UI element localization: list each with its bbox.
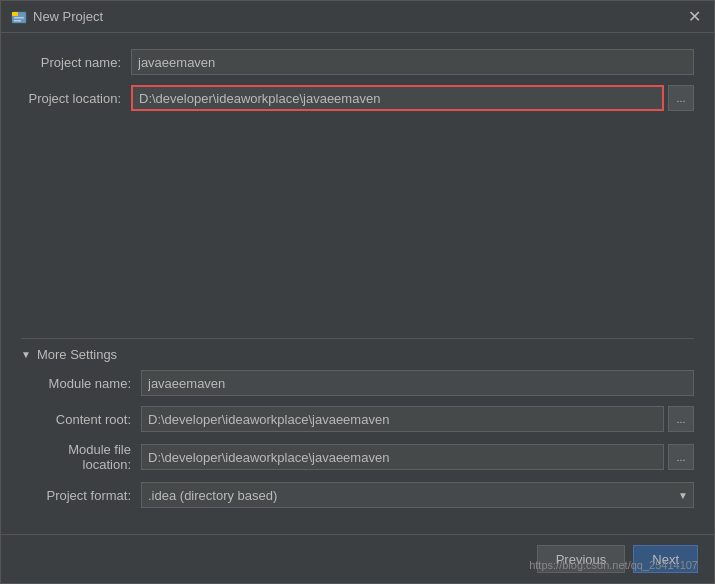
project-location-label: Project location: [21,91,131,106]
module-name-input[interactable] [141,370,694,396]
module-name-row: Module name: [31,370,694,396]
project-location-browse-button[interactable]: ... [668,85,694,111]
more-settings-label: More Settings [37,347,117,362]
content-root-input[interactable] [141,406,664,432]
svg-rect-1 [12,12,18,16]
svg-rect-2 [14,17,24,19]
previous-button[interactable]: Previous [537,545,626,573]
svg-rect-3 [14,20,21,22]
module-file-location-label: Module file location: [31,442,141,472]
new-project-dialog: New Project ✕ Project name: Project loca… [0,0,715,584]
project-name-input[interactable] [131,49,694,75]
more-settings-header[interactable]: ▼ More Settings [21,339,694,370]
project-format-select-container: .idea (directory based) Eclipse (.classp… [141,482,694,508]
next-button[interactable]: Next [633,545,698,573]
content-root-input-wrap: ... [141,406,694,432]
chevron-down-icon: ▼ [21,349,31,360]
dialog-content: Project name: Project location: ... ▼ Mo… [1,33,714,534]
project-format-select-wrap: .idea (directory based) Eclipse (.classp… [141,482,694,508]
content-root-row: Content root: ... [31,406,694,432]
module-file-location-input-wrap: ... [141,444,694,470]
dialog-footer: Previous Next [1,534,714,583]
project-format-select[interactable]: .idea (directory based) Eclipse (.classp… [141,482,694,508]
project-location-row: Project location: ... [21,85,694,111]
content-root-browse-button[interactable]: ... [668,406,694,432]
module-file-location-input[interactable] [141,444,664,470]
project-location-input-wrap: ... [131,85,694,111]
project-location-input[interactable] [131,85,664,111]
more-settings-section: ▼ More Settings Module name: Content roo… [21,338,694,518]
content-root-label: Content root: [31,412,141,427]
project-format-row: Project format: .idea (directory based) … [31,482,694,508]
content-spacer [21,121,694,330]
more-settings-content: Module name: Content root: ... Module fi… [21,370,694,508]
dialog-title: New Project [33,9,103,24]
module-name-label: Module name: [31,376,141,391]
module-file-location-browse-button[interactable]: ... [668,444,694,470]
project-name-label: Project name: [21,55,131,70]
project-icon [11,9,27,25]
project-format-label: Project format: [31,488,141,503]
module-file-location-row: Module file location: ... [31,442,694,472]
module-name-input-wrap [141,370,694,396]
project-name-row: Project name: [21,49,694,75]
project-name-input-wrap [131,49,694,75]
close-button[interactable]: ✕ [684,7,704,27]
title-bar: New Project ✕ [1,1,714,33]
title-bar-left: New Project [11,9,103,25]
